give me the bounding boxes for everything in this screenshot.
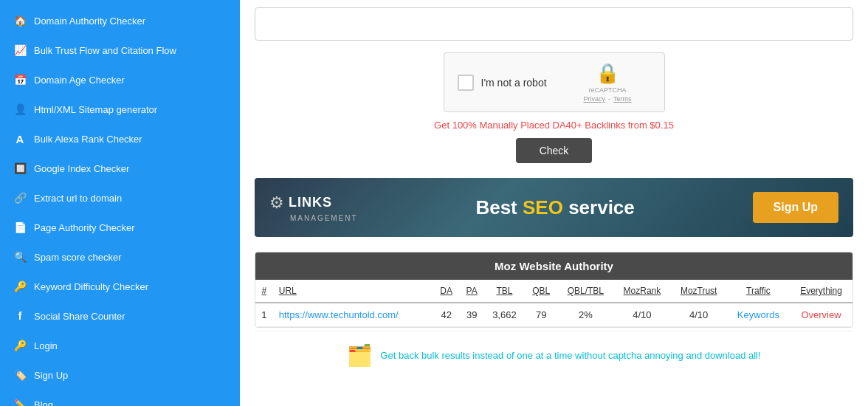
cell-moztrust: 4/10 xyxy=(671,303,727,327)
sidebar-item-label: Page Authority Checker xyxy=(34,222,135,233)
sidebar-item-blog[interactable]: ✏️ Blog xyxy=(0,390,240,406)
col-qbl: QBL xyxy=(525,280,557,303)
moz-table-title: Moz Website Authority xyxy=(255,252,852,280)
sidebar-item-html-sitemap[interactable]: 👤 Html/XML Sitemap generator xyxy=(0,94,240,124)
promo-icon: 🗂️ xyxy=(347,343,373,368)
sidebar-item-label: Social Share Counter xyxy=(34,311,125,322)
col-tbl: TBL xyxy=(484,280,525,303)
tagline-suffix: service xyxy=(563,196,635,219)
alexa-icon: A xyxy=(13,132,27,145)
tagline-seo: SEO xyxy=(523,196,563,219)
table-header-row: # URL DA PA TBL QBL QBL/TBL MozRank MozT… xyxy=(255,280,852,303)
col-mozrank: MozRank xyxy=(613,280,670,303)
col-everything: Everything xyxy=(790,280,852,303)
sidebar-item-label: Google Index Checker xyxy=(34,163,129,174)
sidebar-item-social-share[interactable]: f Social Share Counter xyxy=(0,301,240,331)
banner-logo-top: ⚙ LINKS xyxy=(269,193,332,213)
captcha-right: 🔒 reCAPTCHA Privacy - Terms xyxy=(584,62,632,103)
sidebar-item-label: Domain Age Checker xyxy=(34,75,125,86)
cell-everything: Overview xyxy=(790,303,852,327)
captcha-checkbox[interactable] xyxy=(458,75,474,91)
check-btn-row: Check xyxy=(255,138,853,163)
col-moztrust: MozTrust xyxy=(671,280,727,303)
recaptcha-brand: reCAPTCHA xyxy=(589,86,627,94)
table-row: 1 https://www.techuntold.com/ 42 39 3,66… xyxy=(255,303,852,327)
facebook-icon: f xyxy=(13,309,27,323)
chart-icon: 📈 xyxy=(13,44,27,57)
banner-signup-button[interactable]: Sign Up xyxy=(753,192,838,223)
cell-qbl-tbl: 2% xyxy=(557,303,613,327)
captcha-box: I'm not a robot 🔒 reCAPTCHA Privacy - Te… xyxy=(444,52,665,112)
sidebar-item-label: Login xyxy=(34,340,58,351)
col-url: URL xyxy=(273,280,433,303)
url-textarea-wrapper xyxy=(255,7,853,41)
cell-da: 42 xyxy=(433,303,459,327)
sidebar-item-label: Spam score checker xyxy=(34,252,122,263)
sidebar-item-label: Domain Authority Checker xyxy=(34,16,145,27)
sidebar-item-label: Bulk Alexa Rank Checker xyxy=(34,134,142,145)
cell-tbl: 3,662 xyxy=(484,303,525,327)
page-icon: 📄 xyxy=(13,221,27,234)
url-textarea[interactable] xyxy=(255,8,852,38)
sidebar-item-bulk-trust-flow[interactable]: 📈 Bulk Trust Flow and Citation Flow xyxy=(0,35,240,65)
calendar-icon: 📅 xyxy=(13,73,27,86)
cell-num: 1 xyxy=(255,303,273,327)
sidebar-item-spam-score[interactable]: 🔍 Spam score checker xyxy=(0,242,240,272)
cell-pa: 39 xyxy=(459,303,484,327)
bottom-promo: 🗂️ Get back bulk results instead of one … xyxy=(255,331,853,379)
sidebar-item-google-index[interactable]: 🔲 Google Index Checker xyxy=(0,154,240,183)
promo-text: Get 100% Manually Placed DA40+ Backlinks… xyxy=(255,120,853,131)
blog-icon: ✏️ xyxy=(13,398,27,406)
sidebar-item-signup[interactable]: 🏷️ Sign Up xyxy=(0,360,240,390)
everything-link[interactable]: Overview xyxy=(801,309,841,320)
key-icon: 🔑 xyxy=(13,280,27,293)
recaptcha-privacy[interactable]: Privacy xyxy=(584,95,606,103)
login-icon: 🔑 xyxy=(13,339,27,352)
links-management-banner: ⚙ LINKS MANAGEMENT Best SEO service Sign… xyxy=(255,178,853,237)
person-icon: 👤 xyxy=(13,103,27,116)
cell-url: https://www.techuntold.com/ xyxy=(273,303,433,327)
captcha-label: I'm not a robot xyxy=(481,77,547,89)
sidebar-item-label: Bulk Trust Flow and Citation Flow xyxy=(34,45,176,56)
sidebar-item-extract-url[interactable]: 🔗 Extract url to domain xyxy=(0,183,240,213)
sidebar-item-login[interactable]: 🔑 Login xyxy=(0,331,240,360)
link-icon: 🔗 xyxy=(13,191,27,204)
check-button[interactable]: Check xyxy=(516,138,593,163)
col-da: DA xyxy=(433,280,459,303)
sidebar-item-domain-authority[interactable]: 🏠 Domain Authority Checker xyxy=(0,6,240,35)
sidebar-item-label: Blog xyxy=(34,399,53,407)
sidebar-item-page-authority[interactable]: 📄 Page Authority Checker xyxy=(0,213,240,242)
col-pa: PA xyxy=(459,280,484,303)
moz-table: # URL DA PA TBL QBL QBL/TBL MozRank MozT… xyxy=(255,280,852,327)
moz-table-wrapper: Moz Website Authority # URL DA PA TBL QB… xyxy=(255,252,853,328)
sidebar-item-keyword-difficulty[interactable]: 🔑 Keyword Difficulty Checker xyxy=(0,272,240,301)
banner-logo-text: LINKS xyxy=(289,195,332,210)
banner-logo: ⚙ LINKS MANAGEMENT xyxy=(269,193,358,222)
search-icon: 🔍 xyxy=(13,250,27,264)
col-traffic: Traffic xyxy=(727,280,790,303)
col-num: # xyxy=(255,280,273,303)
google-icon: 🔲 xyxy=(13,162,27,175)
banner-logo-sub: MANAGEMENT xyxy=(290,214,358,222)
traffic-link[interactable]: Keywords xyxy=(737,309,779,320)
sidebar-item-bulk-alexa[interactable]: A Bulk Alexa Rank Checker xyxy=(0,124,240,154)
links-logo-icon: ⚙ xyxy=(269,193,284,213)
bottom-promo-text: Get back bulk results instead of one at … xyxy=(380,350,760,361)
url-link[interactable]: https://www.techuntold.com/ xyxy=(279,309,399,320)
cell-qbl: 79 xyxy=(525,303,557,327)
sidebar-item-domain-age[interactable]: 📅 Domain Age Checker xyxy=(0,65,240,94)
tagline-prefix: Best xyxy=(475,196,523,219)
home-icon: 🏠 xyxy=(13,14,27,27)
signup-icon: 🏷️ xyxy=(13,368,27,382)
captcha-left: I'm not a robot xyxy=(458,75,547,91)
main-content: I'm not a robot 🔒 reCAPTCHA Privacy - Te… xyxy=(240,0,868,406)
cell-mozrank: 4/10 xyxy=(613,303,670,327)
sidebar-item-label: Html/XML Sitemap generator xyxy=(34,104,157,115)
sidebar: 🏠 Domain Authority Checker 📈 Bulk Trust … xyxy=(0,0,240,406)
sidebar-item-label: Keyword Difficulty Checker xyxy=(34,281,148,292)
col-qbl-tbl: QBL/TBL xyxy=(557,280,613,303)
recaptcha-terms[interactable]: Terms xyxy=(613,95,632,103)
cell-traffic: Keywords xyxy=(727,303,790,327)
captcha-row: I'm not a robot 🔒 reCAPTCHA Privacy - Te… xyxy=(255,52,853,112)
banner-tagline: Best SEO service xyxy=(373,196,738,219)
